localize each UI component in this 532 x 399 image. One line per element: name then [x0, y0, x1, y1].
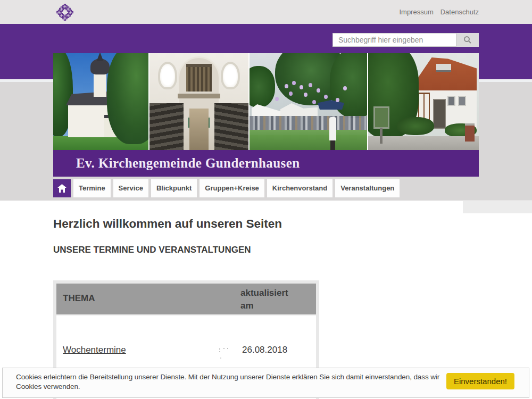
- page: Impressum Datenschutz: [0, 0, 532, 399]
- table-header-row: THEMA aktualisiert am: [56, 284, 316, 314]
- main-navigation: Termine Service Blickpunkt Gruppen+Kreis…: [53, 179, 400, 197]
- welcome-heading: Herzlich willkommen auf unseren Seiten: [53, 217, 282, 231]
- nav-home-tab[interactable]: [53, 179, 71, 197]
- cookie-banner: Cookies erleichtern die Bereitstellung u…: [2, 368, 529, 398]
- nav-tab-service[interactable]: Service: [113, 179, 148, 197]
- termine-subheading: UNSERE TERMINE UND VERANSTALTUNGEN: [53, 245, 251, 255]
- site-title-bar: Ev. Kirchengemeinde Gundernhausen: [53, 150, 479, 177]
- cookie-message: Cookies erleichtern die Bereitstellung u…: [16, 372, 446, 391]
- right-edge-strip: [463, 201, 532, 213]
- row-dots-decoration: [219, 348, 220, 350]
- search-input[interactable]: [332, 33, 456, 47]
- banner-photo-church-interior: [149, 53, 248, 150]
- ekhn-cross-logo-icon: [56, 4, 73, 21]
- nav-tab-veranstaltungen[interactable]: Veranstaltungen: [335, 179, 400, 197]
- table-header-aktualisiert: aktualisiert am: [240, 284, 299, 314]
- datenschutz-link[interactable]: Datenschutz: [440, 8, 479, 16]
- impressum-link[interactable]: Impressum: [399, 8, 433, 16]
- top-links: Impressum Datenschutz: [399, 0, 479, 24]
- cookie-accept-button[interactable]: Einverstanden!: [446, 373, 514, 389]
- row-updated-date: 26.08.2018: [242, 345, 287, 355]
- banner-photo-parish-house: [368, 53, 479, 150]
- nav-tab-gruppen-kreise[interactable]: Gruppen+Kreise: [200, 179, 264, 197]
- nav-tab-blickpunkt[interactable]: Blickpunkt: [151, 179, 197, 197]
- banner-photo-church-exterior: [53, 53, 148, 150]
- nav-tab-termine[interactable]: Termine: [73, 179, 111, 197]
- banner-photo-festival-balloons: [250, 53, 367, 150]
- home-icon: [57, 184, 66, 193]
- nav-tab-kirchenvorstand[interactable]: Kirchenvorstand: [267, 179, 332, 197]
- site-title: Ev. Kirchengemeinde Gundernhausen: [53, 156, 300, 171]
- wochentermine-link[interactable]: Wochentermine: [63, 345, 126, 355]
- magnifier-icon: [463, 36, 472, 44]
- search-button[interactable]: [456, 33, 479, 47]
- photo-banner: [53, 53, 479, 150]
- table-header-thema: THEMA: [56, 284, 240, 314]
